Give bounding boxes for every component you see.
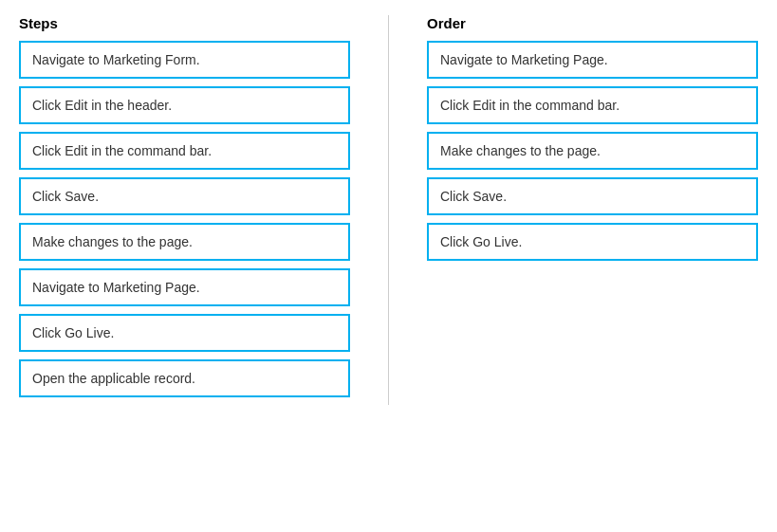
- steps-column: Steps Navigate to Marketing Form.Click E…: [19, 15, 350, 405]
- order-list: Navigate to Marketing Page.Click Edit in…: [427, 41, 758, 261]
- steps-item-4[interactable]: Make changes to the page.: [19, 223, 350, 261]
- order-header: Order: [427, 15, 758, 31]
- steps-item-3[interactable]: Click Save.: [19, 177, 350, 215]
- order-item-4[interactable]: Click Go Live.: [427, 223, 758, 261]
- order-column: Order Navigate to Marketing Page.Click E…: [427, 15, 758, 405]
- steps-list: Navigate to Marketing Form.Click Edit in…: [19, 41, 350, 397]
- order-item-0[interactable]: Navigate to Marketing Page.: [427, 41, 758, 79]
- steps-item-2[interactable]: Click Edit in the command bar.: [19, 132, 350, 170]
- steps-item-1[interactable]: Click Edit in the header.: [19, 86, 350, 124]
- steps-item-5[interactable]: Navigate to Marketing Page.: [19, 268, 350, 306]
- main-layout: Steps Navigate to Marketing Form.Click E…: [19, 15, 758, 405]
- steps-header: Steps: [19, 15, 350, 31]
- steps-item-7[interactable]: Open the applicable record.: [19, 359, 350, 397]
- order-item-2[interactable]: Make changes to the page.: [427, 132, 758, 170]
- order-item-3[interactable]: Click Save.: [427, 177, 758, 215]
- order-item-1[interactable]: Click Edit in the command bar.: [427, 86, 758, 124]
- steps-item-6[interactable]: Click Go Live.: [19, 314, 350, 352]
- column-divider: [388, 15, 389, 405]
- steps-item-0[interactable]: Navigate to Marketing Form.: [19, 41, 350, 79]
